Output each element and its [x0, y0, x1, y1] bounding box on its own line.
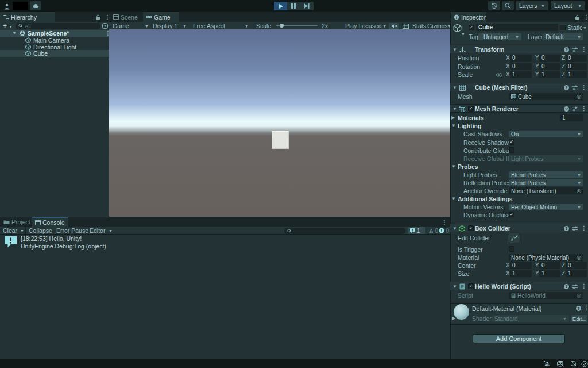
lighting-foldout[interactable]: Lighting: [458, 122, 481, 129]
rotation-x-field[interactable]: 0: [510, 63, 532, 70]
mesh-renderer-header[interactable]: ▼ ✓ Mesh Renderer ? ⋮: [450, 104, 588, 113]
static-checkbox[interactable]: [560, 25, 566, 30]
presets-icon[interactable]: [572, 226, 578, 231]
box-collider-enabled-checkbox[interactable]: ✓: [468, 225, 474, 231]
activity-check-icon[interactable]: [581, 361, 588, 367]
console-menu-icon[interactable]: ⋮: [442, 220, 447, 225]
play-button[interactable]: [274, 2, 287, 10]
gameobject-icon-chevron[interactable]: ▼: [461, 32, 465, 36]
account-button[interactable]: [2, 2, 11, 10]
presets-icon[interactable]: [572, 47, 578, 52]
game-display-dropdown[interactable]: Game: [113, 22, 129, 29]
dynamic-occlusion-checkbox[interactable]: ✓: [509, 212, 514, 217]
object-picker-icon[interactable]: ◎: [577, 94, 581, 99]
scene-row[interactable]: ▼ SampleScene* ⋮: [0, 30, 109, 37]
mesh-object-field[interactable]: Cube ◎: [509, 93, 583, 100]
center-z-field[interactable]: 0: [566, 262, 587, 269]
help-icon[interactable]: ?: [564, 226, 569, 231]
aspect-dropdown[interactable]: Free Aspect: [193, 22, 225, 29]
mesh-filter-header[interactable]: ▼ Cube (Mesh Filter) ? ⋮: [450, 83, 588, 91]
tab-hierarchy[interactable]: Hierarchy: [0, 12, 55, 22]
kebab-menu-icon[interactable]: ⋮: [581, 106, 587, 112]
tag-dropdown[interactable]: Untagged▼: [478, 33, 521, 40]
materials-foldout[interactable]: Materials: [458, 114, 484, 121]
mesh-renderer-enabled-checkbox[interactable]: ✓: [468, 106, 474, 112]
cast-shadows-dropdown[interactable]: On▼: [509, 131, 583, 137]
kebab-menu-icon[interactable]: ⋮: [581, 225, 587, 231]
tab-game[interactable]: Game: [143, 12, 179, 22]
scale-y-field[interactable]: 1: [539, 71, 560, 78]
script-object-field[interactable]: HelloWorld ◎: [509, 292, 583, 299]
layers-dropdown[interactable]: Layers▼: [516, 1, 548, 10]
step-button[interactable]: [300, 2, 314, 10]
display-target-dropdown[interactable]: Display 1: [153, 22, 177, 29]
object-picker-icon[interactable]: ◎: [577, 255, 581, 260]
kebab-menu-icon[interactable]: ⋮: [581, 85, 587, 90]
inspector-menu-icon[interactable]: ⋮: [583, 14, 588, 20]
size-x-field[interactable]: 1: [510, 270, 532, 277]
inspector-lock-icon[interactable]: [575, 14, 580, 20]
console-error-pause-button[interactable]: Error Pause: [56, 227, 88, 234]
cache-disabled-icon[interactable]: [556, 361, 564, 367]
rotation-z-field[interactable]: 0: [566, 63, 587, 70]
hierarchy-add-button[interactable]: +: [3, 22, 7, 29]
script-enabled-checkbox[interactable]: ✓: [468, 283, 474, 289]
position-x-field[interactable]: 0: [510, 55, 532, 62]
hierarchy-item-cube[interactable]: Cube: [0, 50, 109, 57]
contribute-gi-checkbox[interactable]: [509, 147, 514, 153]
shader-edit-button[interactable]: Edit...: [571, 315, 587, 322]
console-editor-dropdown[interactable]: Editor: [90, 227, 105, 234]
edit-collider-button[interactable]: [508, 233, 520, 243]
layer-dropdown[interactable]: Default▼: [543, 33, 583, 40]
is-trigger-checkbox[interactable]: [509, 246, 514, 252]
console-collapse-button[interactable]: Collapse: [29, 227, 52, 234]
rotation-y-field[interactable]: 0: [539, 63, 560, 70]
kebab-menu-icon[interactable]: ⋮: [581, 283, 587, 289]
refresh-disabled-icon[interactable]: [570, 361, 577, 367]
box-collider-header[interactable]: ▼ ✓ Box Collider ? ⋮: [450, 224, 588, 232]
presets-icon[interactable]: [572, 284, 578, 289]
center-y-field[interactable]: 0: [539, 262, 560, 269]
tab-scene[interactable]: Scene: [110, 12, 142, 22]
presets-icon[interactable]: [572, 106, 578, 112]
gameobject-active-checkbox[interactable]: ✓: [469, 25, 474, 30]
console-error-toggle[interactable]: 0: [438, 227, 450, 234]
layout-dropdown[interactable]: Layout▼: [551, 1, 585, 10]
shader-dropdown[interactable]: Standard▼: [492, 315, 569, 322]
help-icon[interactable]: ?: [564, 47, 569, 52]
scale-x-field[interactable]: 1: [510, 71, 532, 78]
console-search-input[interactable]: [284, 228, 405, 234]
console-info-toggle[interactable]: 1: [408, 227, 425, 234]
physic-material-field[interactable]: None (Physic Material)◎: [509, 254, 583, 261]
probes-foldout[interactable]: Probes: [458, 163, 478, 170]
vsync-button[interactable]: [401, 23, 411, 29]
material-sphere-preview[interactable]: [454, 304, 469, 320]
center-x-field[interactable]: 0: [510, 262, 532, 269]
receive-shadows-checkbox[interactable]: ✓: [509, 139, 514, 145]
additional-settings-foldout[interactable]: Additional Settings: [458, 195, 513, 202]
script-header[interactable]: ▼ ✓ Hello World (Script) ? ⋮: [450, 282, 588, 290]
tab-project[interactable]: Project: [1, 217, 31, 227]
gizmos-dropdown[interactable]: Gizmos: [427, 22, 448, 29]
tab-inspector[interactable]: Inspector: [451, 12, 486, 22]
anchor-override-field[interactable]: None (Transform)◎: [509, 187, 583, 194]
light-probes-dropdown[interactable]: Blend Probes▼: [509, 171, 583, 178]
motion-vectors-dropdown[interactable]: Per Object Motion▼: [509, 204, 583, 210]
scale-z-field[interactable]: 1: [566, 71, 587, 78]
reflection-probes-dropdown[interactable]: Blend Probes▼: [509, 179, 583, 186]
undo-history-button[interactable]: [488, 1, 500, 10]
log-line-1[interactable]: [18:22:53] Hello, Unity!: [21, 235, 82, 242]
hierarchy-item-main-camera[interactable]: Main Camera: [0, 37, 109, 44]
cloud-button[interactable]: [30, 1, 41, 10]
help-icon[interactable]: ?: [564, 106, 569, 112]
kebab-menu-icon[interactable]: ⋮: [584, 305, 588, 311]
pause-button[interactable]: [287, 2, 300, 10]
help-icon[interactable]: ?: [564, 85, 569, 90]
size-z-field[interactable]: 1: [566, 270, 587, 277]
object-picker-icon[interactable]: ◎: [577, 293, 581, 298]
position-z-field[interactable]: 0: [566, 55, 587, 62]
help-icon[interactable]: ?: [576, 306, 581, 311]
tab-console[interactable]: Console: [32, 217, 68, 227]
mute-audio-button[interactable]: [389, 23, 399, 29]
hierarchy-search-input[interactable]: All: [16, 23, 100, 29]
